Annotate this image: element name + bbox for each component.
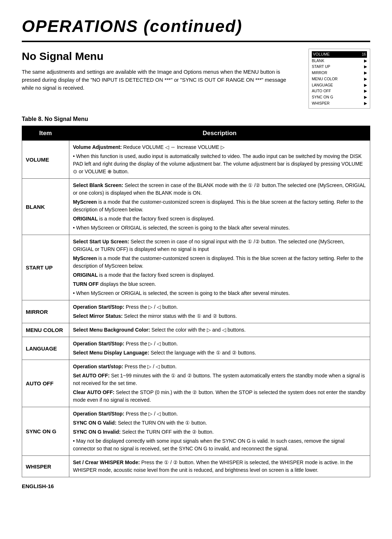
- item-cell: LANGUAGE: [22, 337, 69, 360]
- table-row: MENU COLORSelect Menu Background Color: …: [22, 323, 370, 337]
- item-cell: WHISPER: [22, 456, 69, 477]
- table-title: Table 8. No Signal Menu: [22, 115, 370, 123]
- item-cell: START UP: [22, 235, 69, 300]
- menu-screenshot: VOLUME 16 BLANK▶ START UP▶ MIRROR▶ MENU …: [309, 49, 370, 109]
- item-cell: MIRROR: [22, 300, 69, 323]
- item-cell: VOLUME: [22, 141, 69, 179]
- item-cell: SYNC ON G: [22, 407, 69, 456]
- footer: ENGLISH-16: [22, 482, 370, 490]
- description-cell: Select Blank Screen: Select the screen i…: [69, 179, 370, 235]
- description-cell: Select Menu Background Color: Select the…: [69, 323, 370, 337]
- intro-paragraph: The same adjustments and settings are av…: [22, 68, 298, 92]
- section-title: No Signal Menu: [22, 49, 298, 64]
- table-row: VOLUMEVolume Adjustment: Reduce VOLUME ◁…: [22, 141, 370, 179]
- table-row: START UPSelect Start Up Screen: Select t…: [22, 235, 370, 300]
- description-cell: Operation Start/Stop: Press the ▷ / ◁ bu…: [69, 407, 370, 456]
- col-header-description: Description: [69, 126, 370, 141]
- table-row: MIRROROperation Start/Stop: Press the ▷ …: [22, 300, 370, 323]
- table-row: BLANKSelect Blank Screen: Select the scr…: [22, 179, 370, 235]
- item-cell: AUTO OFF: [22, 360, 69, 407]
- table-row: LANGUAGEOperation Start/Stop: Press the …: [22, 337, 370, 360]
- page-title: OPERATIONS (continued): [22, 15, 370, 42]
- table-row: SYNC ON GOperation Start/Stop: Press the…: [22, 407, 370, 456]
- item-cell: BLANK: [22, 179, 69, 235]
- description-cell: Operation Start/Stop: Press the ▷ / ◁ bu…: [69, 337, 370, 360]
- description-cell: Operation start/stop: Press the ▷ / ◁ bu…: [69, 360, 370, 407]
- no-signal-menu-table: Item Description VOLUMEVolume Adjustment…: [22, 126, 370, 478]
- table-row: AUTO OFFOperation start/stop: Press the …: [22, 360, 370, 407]
- description-cell: Set / Crear WHISPER Mode: Press the ① / …: [69, 456, 370, 477]
- description-cell: Operation Start/Stop: Press the ▷ / ◁ bu…: [69, 300, 370, 323]
- description-cell: Volume Adjustment: Reduce VOLUME ◁ ↔ Inc…: [69, 141, 370, 179]
- description-cell: Select Start Up Screen: Select the scree…: [69, 235, 370, 300]
- table-row: WHISPERSet / Crear WHISPER Mode: Press t…: [22, 456, 370, 477]
- item-cell: MENU COLOR: [22, 323, 69, 337]
- col-header-item: Item: [22, 126, 69, 141]
